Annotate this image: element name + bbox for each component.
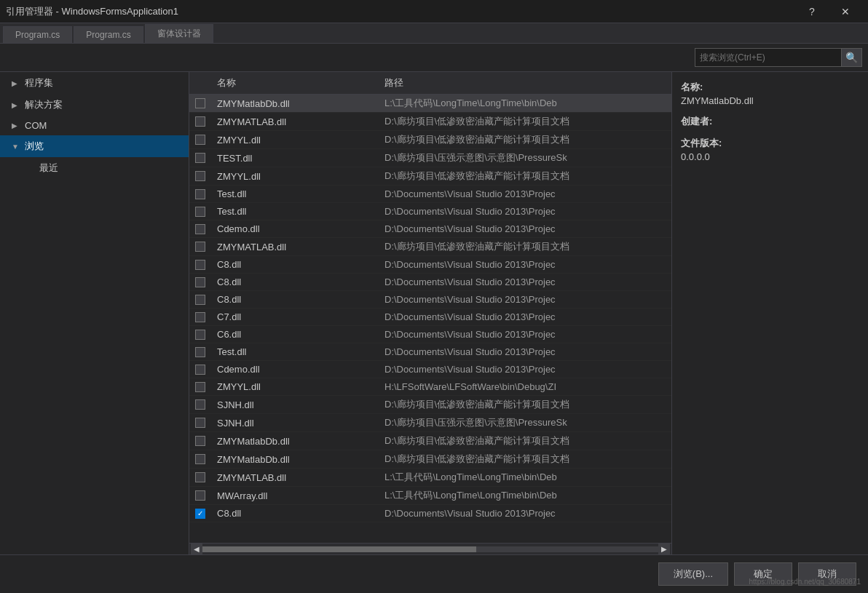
checkbox[interactable] bbox=[195, 242, 205, 252]
close-button[interactable]: ✕ bbox=[829, 1, 862, 22]
list-row[interactable]: Test.dllD:\Documents\Visual Studio 2013\… bbox=[189, 186, 671, 203]
cell-check bbox=[189, 135, 211, 145]
tab-program2[interactable]: Program.cs bbox=[74, 26, 143, 43]
list-row[interactable]: ZMYMATLAB.dllL:\工具代码\LongTime\LongTime\b… bbox=[189, 469, 671, 487]
cell-name: C7.dll bbox=[211, 311, 379, 322]
cell-path: L:\工具代码\LongTime\LongTime\bin\Deb bbox=[379, 489, 671, 502]
sidebar-item-browse[interactable]: ▼ 浏览 bbox=[0, 135, 189, 157]
help-button[interactable]: ? bbox=[795, 1, 829, 22]
checkbox[interactable] bbox=[195, 454, 205, 464]
cell-name: C6.dll bbox=[211, 329, 379, 340]
checkbox[interactable] bbox=[195, 312, 205, 322]
sidebar-label: 最近 bbox=[39, 162, 58, 175]
cell-check bbox=[189, 509, 211, 519]
checkbox[interactable] bbox=[195, 365, 205, 375]
sidebar-item-recent[interactable]: 最近 bbox=[0, 157, 189, 179]
checkbox[interactable] bbox=[195, 116, 205, 127]
list-row[interactable]: ZMYYL.dllD:\廊坊项目\低渗致密油藏产能计算项目文档 bbox=[189, 131, 671, 149]
cell-check bbox=[189, 189, 211, 199]
list-row[interactable]: Cdemo.dllD:\Documents\Visual Studio 2013… bbox=[189, 361, 671, 378]
list-row[interactable]: ZMYYL.dllH:\LFSoftWare\LFSoftWare\bin\De… bbox=[189, 378, 671, 396]
checkbox[interactable] bbox=[195, 509, 205, 519]
sidebar-item-assemblies[interactable]: ▶ 程序集 bbox=[0, 72, 189, 94]
checkbox[interactable] bbox=[195, 399, 205, 410]
checkbox[interactable] bbox=[195, 224, 205, 234]
cell-path: D:\廊坊项目\压强示意图\示意图\PressureSk bbox=[379, 416, 671, 429]
checkbox[interactable] bbox=[195, 171, 205, 181]
cell-check bbox=[189, 330, 211, 340]
checkbox[interactable] bbox=[195, 436, 205, 446]
cell-path: D:\Documents\Visual Studio 2013\Projec bbox=[379, 329, 671, 340]
list-row[interactable]: C6.dllD:\Documents\Visual Studio 2013\Pr… bbox=[189, 326, 671, 343]
list-row[interactable]: C8.dllD:\Documents\Visual Studio 2013\Pr… bbox=[189, 505, 671, 522]
cell-check bbox=[189, 224, 211, 234]
list-row[interactable]: SJNH.dllD:\廊坊项目\低渗致密油藏产能计算项目文档 bbox=[189, 396, 671, 414]
browse-button[interactable]: 浏览(B)... bbox=[658, 562, 728, 586]
cell-name: C8.dll bbox=[211, 259, 379, 270]
cell-path: D:\Documents\Visual Studio 2013\Projec bbox=[379, 294, 671, 305]
detail-panel: 名称: ZMYMatlabDb.dll 创建者: 文件版本: 0.0.0.0 bbox=[671, 72, 868, 554]
scroll-left-arrow[interactable]: ◀ bbox=[191, 544, 202, 555]
tab-program1[interactable]: Program.cs bbox=[3, 26, 72, 43]
sidebar-label: 程序集 bbox=[25, 76, 53, 89]
scroll-track[interactable] bbox=[202, 546, 658, 552]
list-row[interactable]: Cdemo.dllD:\Documents\Visual Studio 2013… bbox=[189, 220, 671, 238]
sidebar-item-com[interactable]: ▶ COM bbox=[0, 116, 189, 135]
footer: 浏览(B)... 确定 取消 bbox=[0, 554, 868, 593]
list-row[interactable]: TEST.dllD:\廊坊项目\压强示意图\示意图\PressureSk bbox=[189, 149, 671, 167]
list-row[interactable]: C7.dllD:\Documents\Visual Studio 2013\Pr… bbox=[189, 309, 671, 326]
checkbox[interactable] bbox=[195, 347, 205, 357]
list-row[interactable]: ZMYMatlabDb.dllL:\工具代码\LongTime\LongTime… bbox=[189, 95, 671, 113]
tab-designer[interactable]: 窗体设计器 bbox=[145, 24, 213, 43]
list-row[interactable]: Test.dllD:\Documents\Visual Studio 2013\… bbox=[189, 343, 671, 361]
checkbox[interactable] bbox=[195, 295, 205, 305]
cell-name: ZMYYL.dll bbox=[211, 135, 379, 146]
cell-path: D:\Documents\Visual Studio 2013\Projec bbox=[379, 508, 671, 519]
header-check bbox=[189, 75, 211, 91]
checkbox[interactable] bbox=[195, 98, 205, 108]
list-row[interactable]: C8.dllD:\Documents\Visual Studio 2013\Pr… bbox=[189, 274, 671, 291]
checkbox[interactable] bbox=[195, 189, 205, 199]
cell-path: D:\Documents\Visual Studio 2013\Projec bbox=[379, 223, 671, 234]
checkbox[interactable] bbox=[195, 382, 205, 392]
list-row[interactable]: C8.dllD:\Documents\Visual Studio 2013\Pr… bbox=[189, 256, 671, 274]
list-row[interactable]: ZMYMATLAB.dllD:\廊坊项目\低渗致密油藏产能计算项目文档 bbox=[189, 238, 671, 256]
cell-check bbox=[189, 295, 211, 305]
list-row[interactable]: MWArray.dllL:\工具代码\LongTime\LongTime\bin… bbox=[189, 487, 671, 505]
checkbox[interactable] bbox=[195, 277, 205, 287]
list-row[interactable]: ZMYMATLAB.dllD:\廊坊项目\低渗致密油藏产能计算项目文档 bbox=[189, 113, 671, 131]
cell-check bbox=[189, 207, 211, 217]
cell-path: D:\廊坊项目\低渗致密油藏产能计算项目文档 bbox=[379, 398, 671, 411]
checkbox[interactable] bbox=[195, 330, 205, 340]
list-row[interactable]: ZMYMatlabDb.dllD:\廊坊项目\低渗致密油藏产能计算项目文档 bbox=[189, 450, 671, 469]
scroll-thumb bbox=[202, 546, 476, 552]
cell-check bbox=[189, 347, 211, 357]
dialog-container: 🔍 ▶ 程序集 ▶ 解决方案 ▶ COM ▼ 浏览 最近 bbox=[0, 44, 868, 593]
list-row[interactable]: C8.dllD:\Documents\Visual Studio 2013\Pr… bbox=[189, 291, 671, 309]
list-row[interactable]: SJNH.dllD:\廊坊项目\压强示意图\示意图\PressureSk bbox=[189, 414, 671, 432]
checkbox[interactable] bbox=[195, 135, 205, 145]
sidebar-label: COM bbox=[25, 120, 47, 131]
cell-check bbox=[189, 277, 211, 287]
checkbox[interactable] bbox=[195, 472, 205, 482]
cell-check bbox=[189, 399, 211, 410]
checkbox[interactable] bbox=[195, 153, 205, 163]
cell-path: D:\Documents\Visual Studio 2013\Projec bbox=[379, 206, 671, 217]
arrow-icon: ▶ bbox=[12, 79, 22, 87]
checkbox[interactable] bbox=[195, 418, 205, 428]
sidebar-item-solution[interactable]: ▶ 解决方案 bbox=[0, 94, 189, 116]
cell-path: L:\工具代码\LongTime\LongTime\bin\Deb bbox=[379, 97, 671, 110]
checkbox[interactable] bbox=[195, 490, 205, 501]
cell-name: ZMYMATLAB.dll bbox=[211, 472, 379, 483]
checkbox[interactable] bbox=[195, 260, 205, 270]
cell-name: ZMYMatlabDb.dll bbox=[211, 454, 379, 465]
scroll-right-arrow[interactable]: ▶ bbox=[658, 544, 670, 555]
list-row[interactable]: ZMYMatlabDb.dllD:\廊坊项目\低渗致密油藏产能计算项目文档 bbox=[189, 432, 671, 450]
list-row[interactable]: Test.dllD:\Documents\Visual Studio 2013\… bbox=[189, 203, 671, 220]
cell-name: C8.dll bbox=[211, 276, 379, 287]
checkbox[interactable] bbox=[195, 207, 205, 217]
search-input[interactable] bbox=[695, 52, 841, 63]
list-row[interactable]: ZMYYL.dllD:\廊坊项目\低渗致密油藏产能计算项目文档 bbox=[189, 167, 671, 186]
search-button[interactable]: 🔍 bbox=[841, 49, 861, 66]
sidebar-label: 解决方案 bbox=[25, 98, 63, 111]
